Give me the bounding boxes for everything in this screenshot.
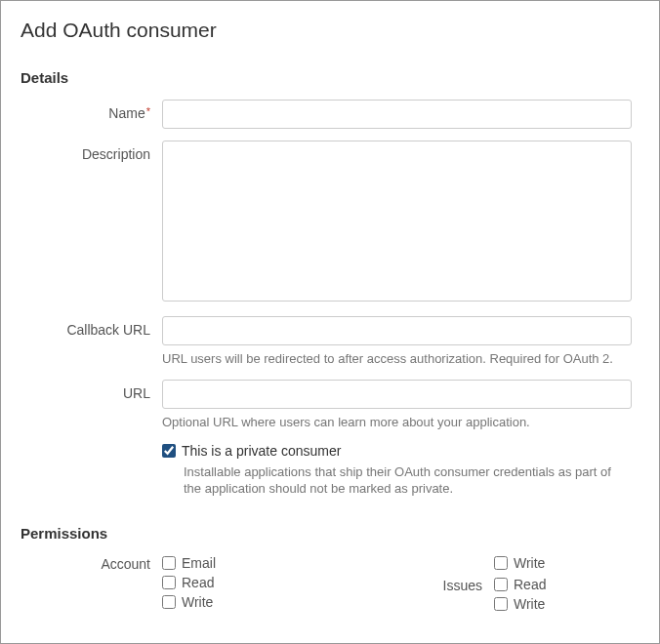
help-callback-url: URL users will be redirected to after ac…	[162, 351, 632, 368]
url-input[interactable]	[162, 380, 632, 409]
perm-issues-write-label: Write	[514, 596, 545, 612]
perm-account-email-checkbox[interactable]	[162, 556, 176, 570]
help-url: Optional URL where users can learn more …	[162, 415, 632, 431]
row-name: Name*	[21, 100, 632, 129]
perm-extra-write-checkbox[interactable]	[494, 556, 508, 570]
label-account: Account	[21, 555, 162, 622]
row-private-consumer: This is a private consumer Installable a…	[21, 443, 632, 498]
section-heading-permissions: Permissions	[21, 525, 632, 542]
row-description: Description	[21, 141, 632, 304]
label-issues: Issues	[435, 577, 494, 612]
required-asterisk: *	[146, 105, 150, 117]
perm-issues-write-checkbox[interactable]	[494, 597, 508, 611]
description-textarea[interactable]	[162, 141, 632, 302]
row-callback-url: Callback URL URL users will be redirecte…	[21, 316, 632, 368]
issues-options: Read Write	[494, 577, 546, 612]
label-description: Description	[21, 141, 162, 162]
private-consumer-label: This is a private consumer	[182, 443, 341, 459]
row-url: URL Optional URL where users can learn m…	[21, 380, 632, 431]
oauth-consumer-form: Add OAuth consumer Details Name* Descrip…	[0, 0, 660, 644]
account-options: Email Read Write	[162, 555, 435, 610]
help-private-consumer: Installable applications that ship their…	[184, 464, 632, 498]
perm-account-write-checkbox[interactable]	[162, 595, 176, 609]
name-input[interactable]	[162, 100, 632, 129]
label-url: URL	[21, 380, 162, 401]
private-consumer-checkbox[interactable]	[162, 444, 176, 458]
label-name-text: Name	[108, 105, 144, 121]
perm-account-read-label: Read	[182, 575, 214, 590]
perm-issues-read-checkbox[interactable]	[494, 578, 508, 591]
page-title: Add OAuth consumer	[21, 19, 632, 42]
perm-issues-read-label: Read	[514, 577, 546, 592]
callback-url-input[interactable]	[162, 316, 632, 345]
label-empty-private	[21, 443, 162, 449]
perm-extra-write-label: Write	[514, 555, 545, 571]
section-permissions: Permissions Account Email Read	[21, 525, 632, 622]
section-heading-details: Details	[21, 69, 632, 86]
label-name: Name*	[21, 100, 162, 121]
perm-account-email-label: Email	[182, 555, 216, 571]
perm-account-read-checkbox[interactable]	[162, 576, 176, 589]
perm-account-write-label: Write	[182, 594, 213, 610]
label-callback-url: Callback URL	[21, 316, 162, 338]
